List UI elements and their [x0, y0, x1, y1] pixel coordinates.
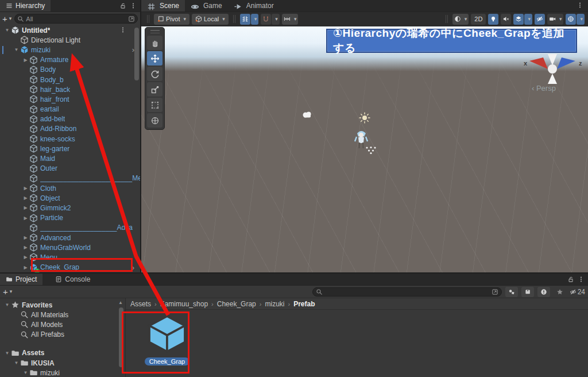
scene-viewport[interactable]: x z Persp ①Hierarchyの瑞希の中にCheek_Grapを追加す…: [141, 26, 588, 272]
hierarchy-row[interactable]: knee-socks: [0, 134, 140, 144]
effects-toggle[interactable]: [513, 14, 524, 25]
hierarchy-row[interactable]: Add-Ribbon: [0, 124, 140, 134]
kebab-menu-icon[interactable]: [130, 2, 137, 9]
toolbar-drag-handle[interactable]: [446, 15, 448, 23]
scene-audio-toggle[interactable]: [501, 14, 511, 25]
rotate-tool[interactable]: [147, 67, 163, 81]
directional-light-gizmo-icon[interactable]: [358, 111, 371, 126]
tab-hierarchy[interactable]: Hierarchy: [0, 0, 51, 11]
chevron-right-icon[interactable]: ›: [132, 263, 134, 272]
scene-view-tab[interactable]: Game: [185, 0, 228, 11]
expander-icon[interactable]: ▼: [22, 370, 29, 375]
breadcrumb-item[interactable]: › Kamimuu_shop: [151, 300, 208, 308]
hierarchy-row[interactable]: ▶ Particle: [0, 213, 140, 223]
expander-icon[interactable]: ▶: [22, 265, 29, 270]
expander-icon[interactable]: ▶: [22, 186, 29, 191]
search-importance-button[interactable]: [537, 287, 550, 297]
rect-tool[interactable]: [147, 98, 163, 112]
add-object-button[interactable]: +: [2, 14, 11, 23]
hierarchy-row[interactable]: ▶ Gimmick2: [0, 203, 140, 213]
expander-icon[interactable]: ▶: [22, 255, 29, 260]
orientation-gizmo[interactable]: x z: [518, 52, 587, 86]
snap-toggle[interactable]: [261, 14, 271, 25]
pivot-dropdown[interactable]: Pivot: [154, 14, 189, 25]
expander-icon[interactable]: ▼: [13, 360, 20, 366]
hierarchy-row[interactable]: ▶ Cheek_Grap ›: [0, 263, 140, 272]
perspective-label[interactable]: Persp: [532, 84, 556, 93]
breadcrumb-item[interactable]: Assets: [130, 300, 151, 308]
kebab-menu-icon[interactable]: [578, 276, 585, 283]
favorites-row[interactable]: All Materials: [0, 310, 117, 320]
gizmos-dropdown[interactable]: [577, 14, 585, 25]
project-search-box[interactable]: [312, 287, 502, 297]
tab-project[interactable]: Project: [0, 274, 42, 285]
scroll-up-icon[interactable]: ▲: [118, 300, 123, 305]
strip-drag-handle[interactable]: [150, 30, 160, 33]
increment-snap-dropdown[interactable]: [282, 14, 299, 25]
scene-lighting-toggle[interactable]: [488, 14, 498, 25]
breadcrumb-item[interactable]: › Prefab: [284, 300, 315, 308]
hierarchy-row[interactable]: add-belt: [0, 114, 140, 124]
hierarchy-row[interactable]: eartail: [0, 105, 140, 114]
hierarchy-row[interactable]: ▶ Armature: [0, 55, 140, 65]
scene-row-kebab-icon[interactable]: [119, 25, 126, 36]
hierarchy-row[interactable]: Body: [0, 65, 140, 75]
camera-settings-dropdown[interactable]: [547, 14, 564, 25]
shading-mode-dropdown[interactable]: [452, 14, 469, 25]
hierarchy-row[interactable]: ▶ Menu: [0, 252, 140, 262]
search-by-label-button[interactable]: [521, 287, 534, 297]
hidden-objects-toggle[interactable]: [535, 14, 545, 25]
expander-icon[interactable]: ▼: [3, 302, 11, 307]
hierarchy-row[interactable]: ▶ Cloth: [0, 183, 140, 193]
local-dropdown[interactable]: Local: [192, 14, 229, 25]
hierarchy-row[interactable]: ________________________Men: [0, 174, 140, 183]
expander-icon[interactable]: ▶: [22, 235, 29, 240]
expander-icon[interactable]: ▼: [13, 47, 20, 52]
favorites-row[interactable]: All Models: [0, 320, 117, 329]
hierarchy-row[interactable]: Directional Light: [0, 35, 140, 45]
expand-window-icon[interactable]: [492, 288, 498, 295]
snap-dropdown[interactable]: [272, 14, 280, 25]
expander-icon[interactable]: ▼: [3, 28, 11, 33]
expander-icon[interactable]: ▶: [22, 245, 29, 250]
search-by-type-button[interactable]: [505, 287, 518, 297]
hierarchy-row[interactable]: ▶ Advanced: [0, 233, 140, 243]
hierarchy-row[interactable]: Maid: [0, 153, 140, 163]
hierarchy-row[interactable]: Outer: [0, 164, 140, 174]
hierarchy-row[interactable]: hair_front: [0, 94, 140, 104]
grid-snap-dropdown[interactable]: [251, 14, 259, 25]
prefab-tile-cheek-grap[interactable]: Cheek_Grap: [137, 312, 197, 366]
2d-toggle[interactable]: 2D: [471, 14, 486, 25]
expander-icon[interactable]: ▶: [22, 205, 29, 210]
grid-snap-toggle[interactable]: [240, 14, 250, 25]
create-asset-button[interactable]: +: [3, 287, 12, 296]
hierarchy-row[interactable]: ▼ mizuki ›: [0, 45, 140, 55]
hierarchy-row[interactable]: ____________________Adva: [0, 223, 140, 233]
expand-window-icon[interactable]: [128, 16, 135, 22]
move-tool[interactable]: [147, 51, 163, 66]
hierarchy-row[interactable]: Body_b: [0, 75, 140, 84]
assets-row[interactable]: ▼ mizuki: [0, 368, 117, 377]
expander-icon[interactable]: ▶: [22, 57, 29, 63]
kebab-menu-icon[interactable]: [577, 2, 583, 9]
scene-view-tab[interactable]: Scene: [141, 0, 185, 11]
breadcrumb-item[interactable]: › Cheek_Grap: [208, 300, 256, 308]
effects-dropdown[interactable]: [524, 14, 532, 25]
breadcrumb-item[interactable]: › mizuki: [256, 300, 285, 308]
camera-gizmo-icon[interactable]: [301, 110, 313, 121]
project-scrollbar-thumb[interactable]: [119, 307, 123, 367]
toolbar-drag-handle[interactable]: [147, 15, 149, 23]
hierarchy-search-input[interactable]: [26, 16, 126, 22]
favorite-search-button[interactable]: [554, 287, 566, 297]
asset-grid[interactable]: Cheek_Grap: [126, 310, 588, 377]
favorites-row[interactable]: ▼ Favorites: [0, 300, 117, 310]
toolbar-drag-handle[interactable]: [233, 15, 235, 23]
project-search-input[interactable]: [324, 288, 490, 295]
hierarchy-row[interactable]: ▶ MenuGrabWorld: [0, 243, 140, 252]
expander-icon[interactable]: ▶: [22, 195, 29, 201]
scene-view-tab[interactable]: Animator: [228, 0, 280, 11]
hidden-packages-count[interactable]: 24: [570, 288, 585, 296]
tab-console[interactable]: Console: [49, 274, 96, 285]
scale-tool[interactable]: [147, 82, 163, 97]
assets-row[interactable]: ▼ IKUSIA: [0, 358, 117, 368]
